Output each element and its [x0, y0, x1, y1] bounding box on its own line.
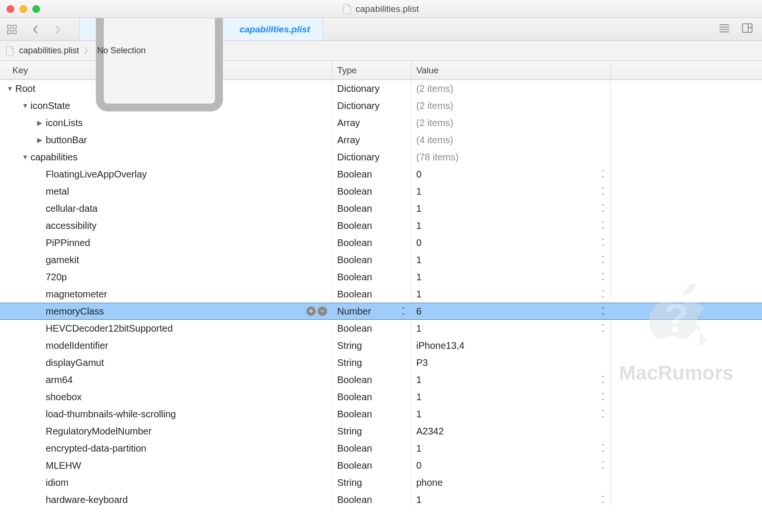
view-grid-icon[interactable] [5, 22, 19, 37]
plist-row[interactable]: load-thumbnails-while-scrollingBoolean1 [0, 405, 762, 423]
plist-key-cell[interactable]: MLEHW [0, 457, 332, 474]
plist-key-cell[interactable]: displayGamut [0, 354, 332, 371]
plist-type-cell[interactable]: Boolean [332, 166, 411, 183]
plist-row[interactable]: magnetometerBoolean1 [0, 286, 762, 303]
plist-value-cell[interactable]: (4 items) [411, 131, 611, 148]
value-stepper-icon[interactable] [599, 495, 607, 504]
plist-value-cell[interactable]: (2 items) [411, 114, 611, 131]
plist-type-cell[interactable]: Boolean [332, 217, 411, 234]
plist-type-cell[interactable]: String [332, 474, 411, 491]
value-stepper-icon[interactable] [599, 169, 607, 179]
column-header-value[interactable]: Value [411, 61, 611, 79]
plist-row[interactable]: modelIdentifierStringiPhone13,4 [0, 337, 762, 354]
plist-row[interactable]: memoryClass+−Number6 [0, 303, 762, 320]
plist-value-cell[interactable]: (2 items) [411, 80, 611, 97]
plist-key-cell[interactable]: FloatingLiveAppOverlay [0, 166, 332, 183]
plist-type-cell[interactable]: Boolean [332, 491, 411, 508]
nav-forward-button[interactable] [50, 22, 65, 37]
plist-key-cell[interactable]: idiom [0, 474, 332, 491]
value-stepper-icon[interactable] [599, 392, 607, 402]
plist-key-cell[interactable]: modelIdentifier [0, 337, 332, 354]
plist-type-cell[interactable]: Boolean [332, 286, 411, 303]
plist-value-cell[interactable]: 1 [411, 491, 611, 508]
plist-key-cell[interactable]: gamekit [0, 251, 332, 268]
disclosure-triangle-icon[interactable] [7, 85, 13, 92]
nav-back-button[interactable] [29, 22, 43, 37]
plist-row[interactable]: displayGamutStringP3 [0, 354, 762, 371]
plist-key-cell[interactable]: 720p [0, 268, 332, 286]
plist-value-cell[interactable]: iPhone13,4 [411, 337, 611, 354]
remove-row-button[interactable]: − [318, 306, 327, 316]
value-stepper-icon[interactable] [599, 324, 607, 333]
plist-row[interactable]: shoeboxBoolean1 [0, 388, 762, 405]
plist-type-cell[interactable]: Boolean [332, 405, 411, 423]
plist-type-cell[interactable]: String [332, 423, 411, 440]
breadcrumb-file[interactable]: capabilities.plist [19, 46, 79, 56]
plist-value-cell[interactable]: 1 [411, 388, 611, 405]
plist-key-cell[interactable]: HEVCDecoder12bitSupported [0, 320, 332, 337]
plist-key-cell[interactable]: RegulatoryModelNumber [0, 423, 332, 440]
value-stepper-icon[interactable] [599, 272, 607, 282]
plist-row[interactable]: encrypted-data-partitionBoolean1 [0, 440, 762, 457]
plist-row[interactable]: buttonBarArray(4 items) [0, 131, 762, 148]
plist-value-cell[interactable]: P3 [411, 354, 611, 371]
plist-value-cell[interactable]: (78 items) [411, 148, 611, 166]
column-header-key[interactable]: Key [0, 61, 332, 79]
plist-key-cell[interactable]: buttonBar [0, 131, 332, 148]
plist-key-cell[interactable]: metal [0, 183, 332, 200]
value-stepper-icon[interactable] [599, 461, 607, 470]
value-stepper-icon[interactable] [599, 204, 607, 213]
plist-row[interactable]: RootDictionary(2 items) [0, 80, 762, 97]
plist-key-cell[interactable]: encrypted-data-partition [0, 440, 332, 457]
plist-type-cell[interactable]: Boolean [332, 251, 411, 268]
plist-row[interactable]: PiPPinnedBoolean0 [0, 234, 762, 251]
plist-key-cell[interactable]: hardware-keyboard [0, 491, 332, 508]
plist-key-cell[interactable]: accessibility [0, 217, 332, 234]
add-panel-icon[interactable] [741, 22, 753, 37]
plist-key-cell[interactable]: PiPPinned [0, 234, 332, 251]
plist-row[interactable]: idiomStringphone [0, 474, 762, 491]
plist-row[interactable]: accessibilityBoolean1 [0, 217, 762, 234]
plist-row[interactable]: cellular-dataBoolean1 [0, 200, 762, 217]
plist-value-cell[interactable]: 1 [411, 320, 611, 337]
plist-key-cell[interactable]: magnetometer [0, 286, 332, 303]
value-stepper-icon[interactable] [599, 443, 607, 453]
plist-value-cell[interactable]: 0 [411, 234, 611, 251]
plist-row[interactable]: arm64Boolean1 [0, 371, 762, 388]
add-row-button[interactable]: + [306, 306, 316, 316]
close-button[interactable] [7, 5, 14, 13]
type-stepper-icon[interactable] [400, 306, 407, 316]
plist-value-cell[interactable]: 0 [411, 166, 611, 183]
plist-type-cell[interactable]: Boolean [332, 371, 411, 388]
plist-value-cell[interactable]: 1 [411, 405, 611, 423]
plist-type-cell[interactable]: Array [332, 114, 411, 131]
minimize-button[interactable] [20, 5, 27, 13]
plist-key-cell[interactable]: shoebox [0, 388, 332, 405]
plist-row[interactable]: iconStateDictionary(2 items) [0, 97, 762, 114]
plist-row[interactable]: hardware-keyboardBoolean1 [0, 491, 762, 508]
plist-value-cell[interactable]: 1 [411, 217, 611, 234]
plist-value-cell[interactable]: 1 [411, 251, 611, 268]
outline-view-icon[interactable] [718, 22, 731, 37]
plist-row[interactable]: capabilitiesDictionary(78 items) [0, 148, 762, 166]
plist-key-cell[interactable]: capabilities [0, 148, 332, 166]
value-stepper-icon[interactable] [599, 306, 607, 316]
plist-key-cell[interactable]: load-thumbnails-while-scrolling [0, 405, 332, 423]
plist-key-cell[interactable]: iconLists [0, 114, 332, 131]
plist-type-cell[interactable]: Boolean [332, 234, 411, 251]
plist-row[interactable]: iconListsArray(2 items) [0, 114, 762, 131]
plist-value-cell[interactable]: (2 items) [411, 97, 611, 114]
value-stepper-icon[interactable] [599, 187, 607, 196]
plist-value-cell[interactable]: phone [411, 474, 611, 491]
tab-capabilities-plist[interactable]: capabilities.plist [79, 18, 323, 40]
plist-row[interactable]: 720pBoolean1 [0, 268, 762, 286]
plist-type-cell[interactable]: Dictionary [332, 80, 411, 97]
plist-row[interactable]: MLEHWBoolean0 [0, 457, 762, 474]
plist-type-cell[interactable]: Boolean [332, 183, 411, 200]
plist-key-cell[interactable]: iconState [0, 97, 332, 114]
value-stepper-icon[interactable] [599, 255, 607, 265]
plist-value-cell[interactable]: 1 [411, 268, 611, 286]
plist-key-cell[interactable]: cellular-data [0, 200, 332, 217]
plist-type-cell[interactable]: Boolean [332, 268, 411, 286]
value-stepper-icon[interactable] [599, 375, 607, 384]
